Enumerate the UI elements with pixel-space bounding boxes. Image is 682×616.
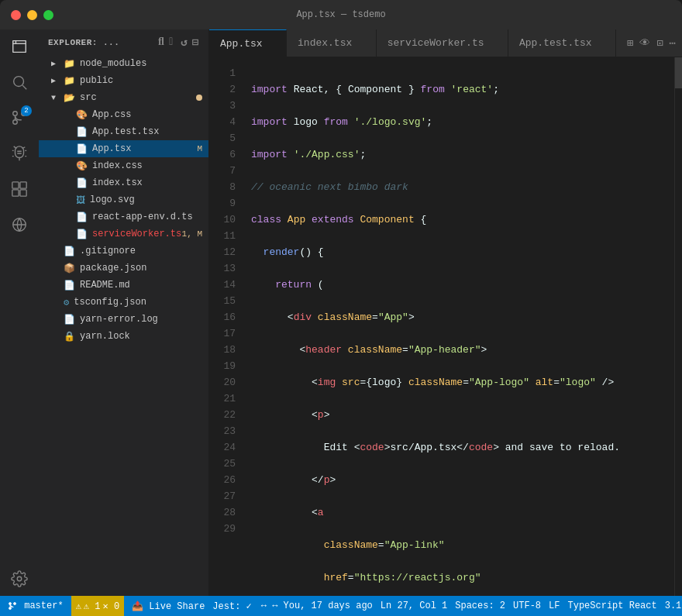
- svg-point-3: [13, 112, 18, 116]
- cursor-position[interactable]: Ln 27, Col 1: [381, 601, 447, 611]
- minimap: [674, 57, 682, 596]
- tree-item-logosvg[interactable]: 🖼 logo.svg: [39, 191, 208, 208]
- open-editors-icon[interactable]: ⊞: [627, 36, 633, 50]
- extensions-icon[interactable]: [9, 178, 30, 200]
- source-control-icon[interactable]: 2: [9, 107, 30, 129]
- collapse-icon[interactable]: ⊟: [192, 36, 199, 49]
- sidebar-header-icons[interactable]:   ↺ ⊟: [158, 36, 199, 49]
- liveshare-icon: 📤: [132, 601, 143, 612]
- explorer-icon[interactable]: [9, 36, 30, 57]
- error-count: ✕ 0: [103, 601, 120, 612]
- remote-icon[interactable]: [9, 214, 30, 236]
- spaces[interactable]: Spaces: 2: [455, 601, 505, 611]
- new-folder-icon[interactable]: : [169, 36, 176, 49]
- encoding[interactable]: UTF-8: [513, 601, 541, 611]
- svg-rect-7: [12, 190, 19, 196]
- live-share[interactable]: 📤 Live Share: [132, 601, 205, 612]
- title-bar: App.tsx — tsdemo: [0, 0, 682, 29]
- status-warning[interactable]: ⚠ ⚠ 1 ✕ 0: [71, 596, 125, 616]
- refresh-icon[interactable]: ↺: [181, 36, 188, 49]
- code-content[interactable]: import React, { Component } from 'react'…: [248, 57, 674, 596]
- apptsx-badge: M: [197, 144, 202, 153]
- tab-indextsx[interactable]: index.tsx ✕: [287, 29, 377, 57]
- close-button[interactable]: [11, 10, 21, 20]
- settings-icon[interactable]: [9, 568, 30, 590]
- tree-item-serviceworker[interactable]: 📄 serviceWorker.ts 1, M: [39, 225, 208, 243]
- ts-version[interactable]: 3.1.4: [665, 601, 682, 611]
- svg-point-11: [9, 607, 12, 609]
- tree-item-readmemd[interactable]: 📄 README.md: [39, 277, 208, 294]
- tab-apptsx[interactable]: App.tsx ✕: [209, 29, 287, 57]
- tree-item-node-modules[interactable]: ▶ 📁 node_modules: [39, 55, 208, 72]
- source-control-badge: 2: [21, 105, 32, 116]
- tab-label: App.tsx: [220, 38, 263, 50]
- traffic-lights[interactable]: [11, 10, 53, 20]
- svg-point-12: [9, 602, 12, 604]
- svg-rect-8: [20, 190, 26, 196]
- minimap-thumb[interactable]: [675, 57, 682, 88]
- tree-item-indexcss[interactable]: 🎨 index.css: [39, 157, 208, 174]
- tab-bar: App.tsx ✕ index.tsx ✕ serviceWorker.ts ✕…: [209, 29, 682, 57]
- new-file-icon[interactable]: : [158, 36, 164, 49]
- svg-point-10: [17, 576, 22, 581]
- tab-actions[interactable]: ⊞ 👁 ⊡ ⋯: [621, 29, 682, 57]
- git-branch[interactable]: master*: [8, 601, 64, 611]
- git-icon: ↔: [261, 601, 267, 611]
- warning-icon: ⚠: [76, 601, 81, 612]
- status-bar: master* ⚠ ⚠ 1 ✕ 0 📤 Live Share Jest: ✓ ↔…: [0, 596, 682, 616]
- debug-icon[interactable]: [9, 143, 30, 164]
- app-body: 2: [0, 29, 682, 596]
- svg-rect-6: [20, 182, 26, 188]
- tab-apptest[interactable]: App.test.tsx ✕: [508, 29, 616, 57]
- tree-item-src[interactable]: ▼ 📂 src: [39, 89, 208, 106]
- editor-area: App.tsx ✕ index.tsx ✕ serviceWorker.ts ✕…: [209, 29, 682, 596]
- svg-point-13: [14, 602, 16, 604]
- tree-item-yarnerror[interactable]: 📄 yarn-error.log: [39, 311, 208, 328]
- tree-item-indextsx[interactable]: 📄 index.tsx: [39, 174, 208, 191]
- tree-item-packagejson[interactable]: 📦 package.json: [39, 260, 208, 277]
- line-numbers: 12345 678910 1112131415 1617181920 21222…: [209, 57, 248, 596]
- status-left: master* ⚠ ⚠ 1 ✕ 0 📤 Live Share Jest: ✓: [8, 596, 252, 616]
- svg-rect-5: [12, 182, 19, 188]
- tree-item-tsconfig[interactable]: ⚙ tsconfig.json: [39, 294, 208, 311]
- minimize-button[interactable]: [27, 10, 37, 20]
- tree-item-gitignore[interactable]: 📄 .gitignore: [39, 243, 208, 260]
- tab-label: serviceWorker.ts: [388, 37, 484, 49]
- preview-icon[interactable]: 👁: [639, 37, 650, 50]
- svg-point-2: [13, 120, 18, 125]
- search-icon[interactable]: [9, 71, 30, 93]
- maximize-button[interactable]: [43, 10, 53, 20]
- sidebar: EXPLORER: ...   ↺ ⊟ ▶ 📁 node_modules ▶…: [39, 29, 209, 596]
- activity-bottom: [9, 568, 30, 590]
- sidebar-header: EXPLORER: ...   ↺ ⊟: [39, 29, 208, 55]
- tree-item-appcss[interactable]: 🎨 App.css: [39, 106, 208, 123]
- jest-status[interactable]: Jest: ✓: [212, 601, 251, 612]
- activity-bar: 2: [0, 29, 39, 596]
- svg-line-1: [22, 85, 26, 89]
- tab-label: index.tsx: [298, 37, 352, 49]
- src-modified-dot: [196, 95, 202, 101]
- window-title: App.tsx — tsdemo: [296, 9, 385, 20]
- status-right: ↔ ↔ You, 17 days ago Ln 27, Col 1 Spaces…: [261, 601, 682, 612]
- tree-item-apptsx[interactable]: 📄 App.tsx M: [39, 140, 208, 157]
- sw-badge: 1, M: [182, 229, 202, 239]
- more-actions-icon[interactable]: ⋯: [670, 36, 676, 50]
- tree-item-reactappenv[interactable]: 📄 react-app-env.d.ts: [39, 208, 208, 225]
- tab-serviceworker[interactable]: serviceWorker.ts ✕: [377, 29, 508, 57]
- svg-point-0: [14, 77, 24, 87]
- language-mode[interactable]: TypeScript React: [567, 601, 656, 611]
- tab-label: App.test.tsx: [519, 37, 592, 49]
- split-editor-icon[interactable]: ⊡: [656, 36, 663, 50]
- tree-item-public[interactable]: ▶ 📁 public: [39, 72, 208, 89]
- code-editor[interactable]: 12345 678910 1112131415 1617181920 21222…: [209, 57, 682, 596]
- tree-item-apptest[interactable]: 📄 App.test.tsx: [39, 123, 208, 140]
- tree-item-yarnlock[interactable]: 🔒 yarn.lock: [39, 328, 208, 345]
- line-ending[interactable]: LF: [549, 601, 560, 611]
- git-author[interactable]: ↔ ↔ You, 17 days ago: [261, 601, 373, 611]
